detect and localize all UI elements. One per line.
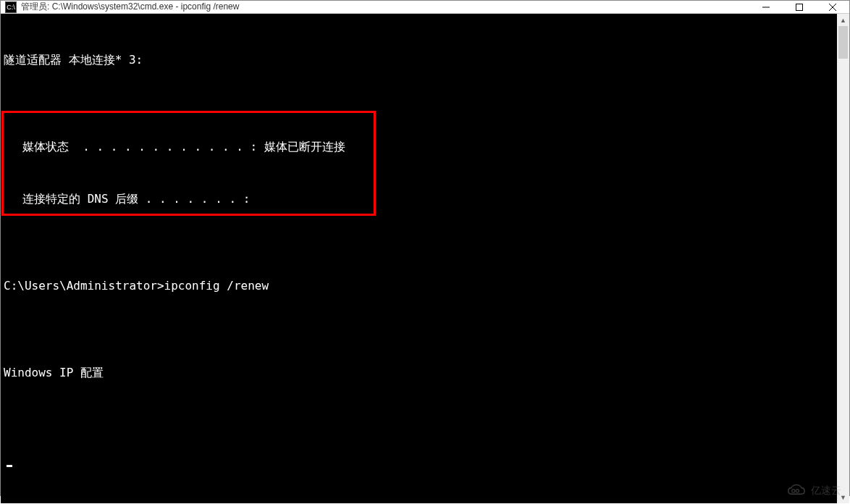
cmd-window: C:\ 管理员: C:\Windows\system32\cmd.exe - i…: [0, 0, 850, 496]
watermark-cloud-icon: [786, 484, 807, 498]
maximize-button[interactable]: [783, 1, 816, 13]
scrollbar-track[interactable]: [837, 26, 849, 491]
minimize-button[interactable]: [749, 1, 783, 13]
scrollbar-arrow-up-icon[interactable]: ▲: [837, 14, 849, 26]
cmd-icon-label: C:\: [7, 4, 15, 11]
window-controls: [749, 1, 849, 13]
terminal-line: Windows IP 配置: [1, 364, 837, 382]
terminal-line: 连接特定的 DNS 后缀 . . . . . . . :: [1, 190, 837, 208]
watermark-text: 亿速云: [811, 484, 841, 497]
terminal-prompt-line: C:\Users\Administrator>ipconfig /renew: [1, 277, 837, 295]
vertical-scrollbar[interactable]: ▲ ▼: [837, 14, 849, 503]
watermark: 亿速云: [786, 484, 841, 498]
terminal-line: 隧道适配器 本地连接* 3:: [1, 51, 837, 69]
svg-rect-1: [796, 4, 803, 10]
terminal-line: [1, 451, 837, 469]
terminal-content[interactable]: 隧道适配器 本地连接* 3: 媒体状态 . . . . . . . . . . …: [1, 14, 837, 503]
cursor-icon: [7, 465, 12, 467]
titlebar[interactable]: C:\ 管理员: C:\Windows\system32\cmd.exe - i…: [1, 1, 849, 14]
terminal-area: 隧道适配器 本地连接* 3: 媒体状态 . . . . . . . . . . …: [1, 14, 849, 503]
svg-point-5: [796, 490, 799, 492]
close-button[interactable]: [816, 1, 849, 13]
scrollbar-thumb[interactable]: [838, 26, 848, 59]
svg-point-4: [792, 490, 795, 492]
terminal-line: 媒体状态 . . . . . . . . . . . . : 媒体已断开连接: [1, 138, 837, 156]
window-title: 管理员: C:\Windows\system32\cmd.exe - ipcon…: [21, 1, 749, 13]
cmd-icon: C:\: [5, 1, 17, 13]
